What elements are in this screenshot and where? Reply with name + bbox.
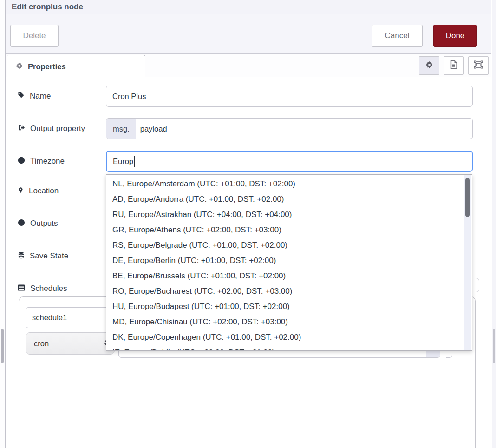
output-property-field[interactable]: msg. payload <box>106 118 473 139</box>
outputs-label: Outputs <box>18 219 106 229</box>
tab-properties-label: Properties <box>28 62 66 71</box>
output-property-label: Output property <box>18 124 106 133</box>
dropdown-item[interactable]: RS, Europe/Belgrade (UTC: +01:00, DST: +… <box>106 237 472 253</box>
dropdown-item[interactable]: NL, Europe/Amsterdam (UTC: +01:00, DST: … <box>106 176 472 191</box>
dropdown-item[interactable]: GR, Europe/Athens (UTC: +02:00, DST: +03… <box>106 222 472 237</box>
edit-node-tray: Edit cronplus node Delete Cancel Done Pr… <box>6 0 491 448</box>
sign-out-icon <box>18 124 25 133</box>
timezone-row: Timezone Europ <box>18 151 473 172</box>
dropdown-item[interactable]: MD, Europe/Chisinau (UTC: +02:00, DST: +… <box>106 314 472 329</box>
dot-circle-icon <box>18 219 25 229</box>
globe-icon <box>18 157 25 166</box>
dropdown-item[interactable]: RO, Europe/Bucharest (UTC: +02:00, DST: … <box>106 283 472 299</box>
node-appearance-button[interactable] <box>468 56 489 75</box>
timezone-label: Timezone <box>18 157 106 166</box>
done-button[interactable]: Done <box>433 25 477 47</box>
document-icon <box>450 60 458 71</box>
delete-button[interactable]: Delete <box>10 25 59 47</box>
timezone-dropdown: NL, Europe/Amsterdam (UTC: +01:00, DST: … <box>106 174 472 351</box>
database-icon <box>18 251 25 261</box>
location-label: Location <box>18 186 106 196</box>
schedule-divider <box>26 368 464 368</box>
cancel-button[interactable]: Cancel <box>372 25 423 47</box>
schedules-label: Schedules <box>18 284 106 293</box>
save-state-label: Save State <box>18 251 106 261</box>
left-scrollbar-thumb[interactable] <box>1 329 4 363</box>
node-description-button[interactable] <box>444 56 464 75</box>
object-group-icon <box>474 60 483 71</box>
name-field[interactable]: Cron Plus <box>106 86 473 107</box>
list-alt-icon <box>18 284 25 293</box>
dropdown-item[interactable]: RU, Europe/Astrakhan (UTC: +04:00, DST: … <box>106 207 472 222</box>
output-property-row: Output property msg. payload <box>18 118 473 139</box>
tab-properties[interactable]: Properties <box>7 55 145 78</box>
tab-bar: Properties <box>6 54 491 77</box>
gear-icon <box>425 61 433 71</box>
dropdown-scrollbar-track[interactable] <box>464 175 471 350</box>
right-scrollbar-track <box>492 0 496 448</box>
gear-icon <box>16 62 23 71</box>
dropdown-scrollbar-thumb[interactable] <box>465 178 470 217</box>
dropdown-item[interactable]: BE, Europe/Brussels (UTC: +01:00, DST: +… <box>106 268 472 283</box>
dropdown-item[interactable]: DK, Europe/Copenhagen (UTC: +01:00, DST:… <box>106 329 472 345</box>
dialog-toolbar: Delete Cancel Done <box>6 14 491 54</box>
dropdown-item[interactable]: HU, Europe/Budapest (UTC: +01:00, DST: +… <box>106 299 472 314</box>
tag-icon <box>18 92 25 101</box>
name-row: Name Cron Plus <box>18 86 473 107</box>
left-scrollbar-track <box>0 0 6 448</box>
timezone-field[interactable]: Europ <box>106 151 473 172</box>
dropdown-item[interactable]: AD, Europe/Andorra (UTC: +01:00, DST: +0… <box>106 191 472 207</box>
map-marker-icon <box>18 186 24 196</box>
dropdown-item[interactable]: IE, Europe/Dublin (UTC: +00:00, DST: +01… <box>106 345 472 351</box>
msg-prefix[interactable]: msg. <box>106 119 136 139</box>
dialog-title: Edit cronplus node <box>6 0 491 14</box>
schedule-type-select[interactable]: cron <box>26 332 115 355</box>
node-settings-button[interactable] <box>419 56 439 75</box>
name-label: Name <box>18 92 106 101</box>
dropdown-item[interactable]: DE, Europe/Berlin (UTC: +01:00, DST: +02… <box>106 253 472 268</box>
right-scrollbar-thumb[interactable] <box>493 329 495 363</box>
text-cursor <box>134 156 135 167</box>
